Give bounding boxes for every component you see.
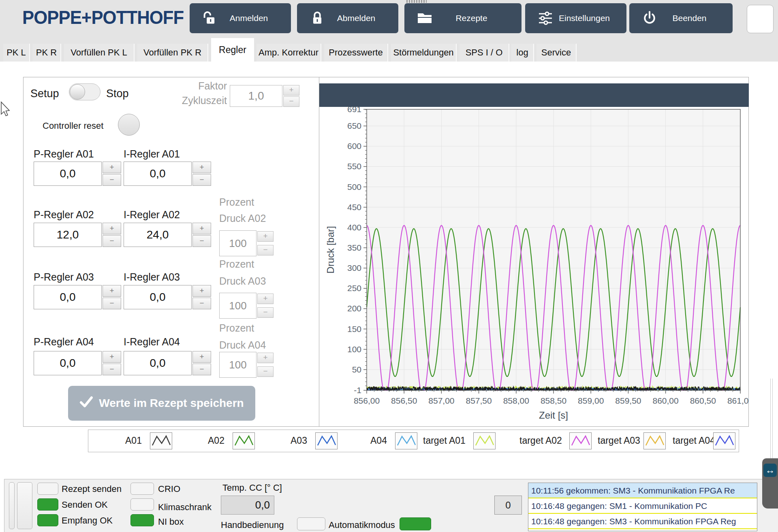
tab-amp-korrektur[interactable]: Amp. Korrektur [256, 44, 321, 62]
decrement-button[interactable]: − [257, 307, 274, 318]
i-regler-a02-label: I-Regler A02 [124, 209, 180, 221]
svg-text:50: 50 [352, 365, 361, 374]
anmelden-button[interactable]: Anmelden [190, 3, 291, 33]
i-regler-a02-field[interactable]: 24,0 [124, 223, 192, 247]
decrement-button[interactable]: − [192, 235, 211, 247]
i-regler-a03-field[interactable]: 0,0 [124, 285, 192, 309]
increment-button[interactable]: + [257, 294, 274, 304]
teamviewer-panel-handle[interactable]: ↔ [762, 458, 778, 509]
increment-button[interactable]: + [257, 231, 274, 242]
klimaschrank-indicator [130, 498, 154, 511]
legend-plot-icon-target-a04[interactable] [713, 432, 735, 449]
faktor-decrement-button[interactable]: − [283, 96, 299, 107]
decrement-button[interactable]: − [103, 298, 121, 309]
tab-pk-r[interactable]: PK R [32, 44, 61, 62]
decrement-button[interactable]: − [103, 174, 121, 186]
legend-plot-icon-a01[interactable] [150, 432, 172, 449]
setup-stop-toggle[interactable] [69, 83, 100, 100]
legend-plot-icon-a04[interactable] [395, 432, 417, 449]
increment-button[interactable]: + [192, 162, 211, 173]
svg-text:Druck [bar]: Druck [bar] [325, 226, 336, 273]
message-counter: 0 [494, 496, 522, 515]
prozent-a04-label-2: Druck A04 [219, 339, 266, 351]
i-regler-a04-field[interactable]: 0,0 [124, 351, 192, 375]
decrement-button[interactable]: − [257, 245, 274, 255]
i-regler-a01-field[interactable]: 0,0 [124, 162, 192, 186]
crio-label: CRIO [158, 484, 180, 494]
teamviewer-icon: ↔ [763, 464, 777, 477]
tab-prozesswerte[interactable]: Prozesswerte [324, 44, 388, 62]
increment-button[interactable]: + [103, 162, 121, 173]
faktor-increment-button[interactable]: + [283, 85, 299, 96]
p-regler-a02-field[interactable]: 12,0 [34, 223, 102, 247]
log-row[interactable]: 10:16:48 gegangen: SM3 - Kommunikation F… [528, 514, 757, 529]
prozent-a03-label-1: Prozent [219, 258, 254, 270]
abmelden-label: Abmelden [326, 13, 398, 23]
faktor-zykluszeit-field[interactable]: 1,0 [230, 85, 282, 107]
p-regler-a04-field[interactable]: 0,0 [34, 351, 102, 375]
tab-service[interactable]: Service [536, 44, 577, 62]
prozent-druck-a03-field[interactable]: 100 [219, 293, 256, 319]
tab-stoermeldungen[interactable]: Störmeldungen [391, 44, 457, 62]
handbedienung-indicator[interactable] [297, 517, 325, 530]
mouse-cursor [0, 101, 11, 118]
legend-plot-icon-a02[interactable] [233, 432, 255, 449]
log-row[interactable]: 10:16:48 gegangen: SM1 - Kommunikation P… [528, 498, 757, 514]
legend-label-target-a01: target A01 [423, 435, 466, 446]
increment-button[interactable]: + [103, 285, 121, 297]
decrement-button[interactable]: − [103, 364, 121, 375]
decrement-button[interactable]: − [192, 364, 211, 375]
crio-indicator [130, 483, 154, 495]
tab-vorfuellen-pk-r[interactable]: Vorfüllen PK R [137, 44, 208, 62]
decrement-button[interactable]: − [192, 298, 211, 309]
increment-button[interactable]: + [103, 351, 121, 363]
increment-button[interactable]: + [103, 223, 121, 234]
automatikmodus-indicator[interactable] [400, 517, 431, 530]
tab-vorfuellen-pk-l[interactable]: Vorfüllen PK L [64, 44, 135, 62]
beenden-label: Beenden [658, 13, 733, 23]
abmelden-button[interactable]: Abmelden [297, 3, 398, 33]
increment-button[interactable]: + [192, 285, 211, 297]
controller-reset-button[interactable] [118, 114, 140, 136]
beenden-button[interactable]: Beenden [629, 3, 733, 33]
tab-pk-l[interactable]: PK L [3, 44, 30, 62]
temp-cc-field[interactable]: 0,0 [221, 496, 274, 515]
legend-plot-icon-target-a02[interactable] [569, 432, 592, 449]
increment-button[interactable]: + [192, 223, 211, 234]
i-regler-a04-label: I-Regler A04 [124, 336, 180, 348]
prozent-druck-a02-field[interactable]: 100 [219, 230, 256, 256]
tab-sps-io[interactable]: SPS I / O [460, 44, 509, 62]
einstellungen-button[interactable]: Einstellungen [525, 3, 626, 33]
message-log-list[interactable]: 10:11:56 gekommen: SM3 - Kommunikation F… [528, 483, 757, 531]
p-regler-a01-field[interactable]: 0,0 [34, 162, 102, 186]
svg-text:-1: -1 [354, 385, 361, 395]
increment-button[interactable]: + [257, 353, 274, 363]
legend-plot-icon-target-a03[interactable] [643, 432, 666, 449]
increment-button[interactable]: + [192, 351, 211, 363]
tab-log[interactable]: log [511, 44, 534, 62]
toolbar: POPPE+POTTHOFF Anmelden Abmelden Rezepte… [0, 0, 778, 36]
svg-text:550: 550 [347, 162, 361, 171]
prozent-a04-stepper: +− [257, 353, 274, 377]
save-to-recipe-button[interactable]: Werte im Rezept speichern [68, 386, 255, 421]
p-regler-a03-field[interactable]: 0,0 [34, 285, 102, 309]
prozent-druck-a04-field[interactable]: 100 [219, 352, 256, 378]
setup-label: Setup [30, 87, 59, 100]
log-row[interactable]: 10:11:56 gekommen: SM3 - Kommunikation F… [528, 483, 757, 498]
svg-text:300: 300 [347, 263, 361, 272]
i-regler-a03-stepper: +− [192, 285, 211, 309]
side-button-wide[interactable] [17, 482, 32, 529]
tab-regler[interactable]: Regler [211, 38, 254, 62]
automatikmodus-label: Automatikmodus [329, 520, 395, 530]
legend-label-target-a03: target A03 [598, 435, 640, 446]
rezepte-button[interactable]: Rezepte [404, 3, 522, 33]
unlock-icon [201, 10, 219, 26]
side-button-narrow[interactable] [9, 482, 15, 529]
decrement-button[interactable]: − [257, 366, 274, 377]
legend-plot-icon-a03[interactable] [315, 432, 338, 449]
decrement-button[interactable]: − [192, 174, 211, 186]
power-icon [641, 10, 658, 26]
decrement-button[interactable]: − [103, 235, 121, 247]
toggle-knob [70, 84, 85, 100]
legend-plot-icon-target-a01[interactable] [473, 432, 496, 449]
